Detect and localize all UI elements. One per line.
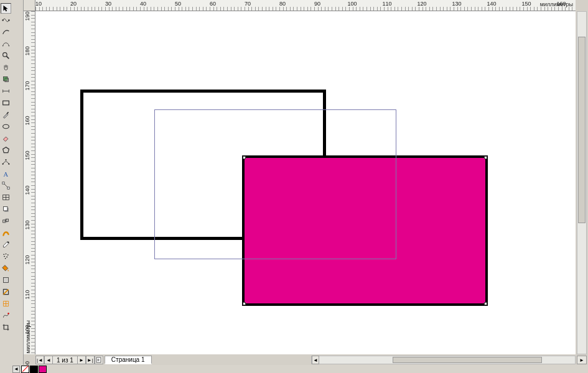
horizontal-scrollbar-thumb[interactable] <box>393 357 542 363</box>
svg-point-30 <box>3 254 4 255</box>
svg-marker-13 <box>3 147 9 153</box>
ruler-tick-v: 130 <box>24 220 30 229</box>
svg-rect-6 <box>3 76 7 81</box>
svg-rect-20 <box>7 187 9 189</box>
svg-point-1 <box>8 19 9 21</box>
ruler-tick-h: 40 <box>140 1 146 7</box>
mesh-tool[interactable] <box>1 298 11 309</box>
rect-thin-blue-outline[interactable] <box>154 109 396 259</box>
fill-tool[interactable] <box>1 263 11 274</box>
svg-point-32 <box>7 254 9 256</box>
swatch-black[interactable] <box>30 366 38 373</box>
ruler-tick-h: 110 <box>382 1 391 7</box>
drop-shadow-tool[interactable] <box>1 204 11 214</box>
ruler-tick-h: 150 <box>521 1 531 7</box>
dimension-tool[interactable] <box>1 86 11 96</box>
artistic-media-tool[interactable] <box>1 228 11 238</box>
eyedropper-tool[interactable] <box>1 239 11 250</box>
ruler-tick-h: 20 <box>70 1 77 7</box>
svg-point-31 <box>6 254 7 255</box>
ellipse-tool[interactable] <box>1 121 11 132</box>
ruler-tick-v: 110 <box>24 290 30 299</box>
ruler-tick-h: 90 <box>314 1 320 7</box>
horizontal-ruler[interactable]: 102030405060708090100110120130140150160 <box>35 0 576 11</box>
svg-rect-36 <box>3 277 8 282</box>
bezier-tool[interactable] <box>1 39 11 49</box>
ruler-tick-h: 30 <box>105 1 111 7</box>
color-palette-bar: ◄ <box>0 365 588 373</box>
ruler-tick-v: 170 <box>24 81 30 90</box>
crop-tool[interactable] <box>1 322 11 333</box>
page-navigation: |◄ ◄ 1 из 1 ► ►| Страница 1 <box>35 356 152 364</box>
svg-rect-25 <box>3 206 7 211</box>
blend-tool[interactable] <box>1 216 11 226</box>
smart-fill-tool[interactable] <box>1 74 11 85</box>
svg-point-2 <box>2 45 4 47</box>
freehand-tool[interactable] <box>1 27 11 37</box>
svg-point-33 <box>4 256 5 257</box>
palette-scroll-left[interactable]: ◄ <box>12 366 20 373</box>
spray-tool[interactable] <box>1 251 11 262</box>
svg-point-39 <box>7 313 9 314</box>
selection-handle-ne[interactable] <box>484 156 487 159</box>
page-add-button[interactable] <box>95 356 103 364</box>
ruler-tick-h: 70 <box>245 1 251 7</box>
ruler-tick-h: 50 <box>175 1 181 7</box>
ruler-corner <box>24 0 35 11</box>
svg-point-0 <box>2 19 3 21</box>
page-last-button[interactable]: ►| <box>86 356 95 364</box>
svg-point-12 <box>3 124 9 129</box>
ruler-tick-v: 190 <box>24 11 30 21</box>
ruler-tick-h: 60 <box>210 1 216 7</box>
vertical-ruler[interactable]: 19018017016015014013012011010090 <box>24 11 35 354</box>
ruler-units-label-v: миллиметры <box>25 320 31 353</box>
page-next-button[interactable]: ► <box>77 356 86 364</box>
ruler-tick-h: 140 <box>487 1 496 7</box>
polygon-tool[interactable] <box>1 145 11 155</box>
svg-point-35 <box>5 258 6 259</box>
table-tool[interactable] <box>1 192 11 203</box>
toolbox-panel: A <box>0 0 24 373</box>
shape-tool[interactable] <box>1 15 11 25</box>
three-pt-curve-tool[interactable] <box>1 157 11 167</box>
vertical-scrollbar-thumb[interactable] <box>578 37 586 223</box>
outline-tool[interactable] <box>1 287 11 297</box>
svg-rect-11 <box>3 101 9 105</box>
knife-tool[interactable] <box>1 109 11 120</box>
zoom-tool[interactable] <box>1 50 11 61</box>
swatch-none[interactable] <box>21 366 29 373</box>
swatch-magenta[interactable] <box>39 366 47 373</box>
rectangle-tool[interactable] <box>1 98 11 108</box>
page-prev-button[interactable]: ◄ <box>44 356 53 364</box>
scroll-left-button[interactable]: ◄ <box>312 356 319 364</box>
page-first-button[interactable]: |◄ <box>35 356 44 364</box>
ruler-tick-h: 120 <box>417 1 426 7</box>
svg-point-3 <box>9 45 10 47</box>
eraser-tool[interactable] <box>1 133 11 144</box>
smart-drawing-tool[interactable] <box>1 310 11 321</box>
ruler-tick-v: 180 <box>24 46 30 55</box>
pick-tool[interactable] <box>1 3 11 14</box>
text-tool[interactable]: A <box>1 168 11 179</box>
vertical-scrollbar[interactable] <box>577 11 587 354</box>
svg-text:A: A <box>3 171 8 178</box>
ruler-tick-h: 10 <box>35 1 42 7</box>
ruler-tick-v: 120 <box>24 255 30 264</box>
pan-tool[interactable] <box>1 62 11 73</box>
connector-tool[interactable] <box>1 180 11 191</box>
ruler-tick-h: 80 <box>279 1 286 7</box>
svg-rect-29 <box>7 242 9 243</box>
page-indicator: 1 из 1 <box>53 356 77 364</box>
selection-handle-se[interactable] <box>484 302 487 305</box>
ruler-units-label: миллиметры <box>540 1 573 7</box>
page-tab[interactable]: Страница 1 <box>105 356 152 364</box>
canvas-area[interactable] <box>35 11 576 354</box>
svg-point-14 <box>2 163 4 165</box>
ruler-tick-v: 150 <box>24 150 30 160</box>
scroll-right-button[interactable]: ► <box>577 356 587 364</box>
horizontal-scrollbar[interactable]: ◄ <box>311 356 576 364</box>
transparency-tool[interactable] <box>1 275 11 285</box>
selection-handle-sw[interactable] <box>243 302 246 305</box>
svg-point-16 <box>8 163 9 165</box>
svg-line-5 <box>6 56 9 58</box>
